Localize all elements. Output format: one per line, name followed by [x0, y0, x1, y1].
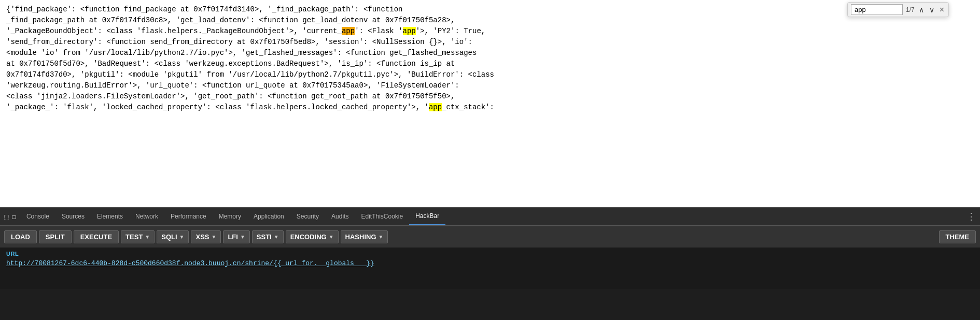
devtools-more-button[interactable]: ⋮ — [962, 208, 980, 225]
tab-security[interactable]: Security — [290, 208, 325, 225]
hackbar-encoding-dropdown[interactable]: ENCODING ▼ — [286, 230, 339, 243]
tab-network[interactable]: Network — [129, 208, 164, 225]
search-input[interactable] — [851, 4, 903, 15]
highlight-app-3: app — [429, 103, 442, 111]
tab-sources[interactable]: Sources — [55, 208, 91, 225]
hashing-dropdown-arrow: ▼ — [379, 234, 384, 240]
hackbar-lfi-dropdown[interactable]: LFI ▼ — [223, 230, 249, 243]
tab-memory[interactable]: Memory — [213, 208, 247, 225]
search-count: 1/7 — [906, 5, 915, 14]
hackbar-load-button[interactable]: LOAD — [4, 230, 37, 243]
hackbar-hashing-dropdown[interactable]: HASHING ▼ — [341, 230, 388, 243]
code-content: {'find_package': <function find_package … — [6, 4, 974, 113]
search-next-button[interactable]: ∨ — [928, 6, 935, 14]
xss-dropdown-arrow: ▼ — [212, 234, 217, 240]
sqli-dropdown-arrow: ▼ — [179, 234, 185, 240]
devtools-icons: ⬚ ◻ — [0, 208, 20, 225]
hackbar-theme-button[interactable]: THEME — [939, 230, 976, 243]
cursor-icon[interactable]: ⬚ — [4, 212, 8, 221]
ssti-dropdown-arrow: ▼ — [274, 234, 279, 240]
tab-hackbar[interactable]: HackBar — [409, 208, 445, 225]
encoding-dropdown-arrow: ▼ — [329, 234, 334, 240]
url-label: URL — [6, 251, 974, 257]
url-value[interactable]: http://70081267-6dc6-440b-828d-c500d660d… — [6, 259, 974, 268]
hackbar-toolbar: LOAD SPLIT EXECUTE TEST ▼ SQLI ▼ XSS ▼ L… — [0, 226, 980, 248]
tab-audits[interactable]: Audits — [325, 208, 355, 225]
tab-application[interactable]: Application — [247, 208, 290, 225]
url-bar: URL http://70081267-6dc6-440b-828d-c500d… — [0, 248, 980, 289]
inspect-icon[interactable]: ◻ — [11, 212, 16, 221]
search-prev-button[interactable]: ∧ — [918, 6, 925, 14]
search-close-button[interactable]: × — [939, 5, 945, 14]
hackbar-test-dropdown[interactable]: TEST ▼ — [121, 230, 155, 243]
hackbar-sqli-dropdown[interactable]: SQLI ▼ — [157, 230, 189, 243]
search-popup: 1/7 ∧ ∨ × — [847, 2, 949, 17]
tab-performance[interactable]: Performance — [164, 208, 213, 225]
tab-console[interactable]: Console — [20, 208, 55, 225]
tab-editthiscookie[interactable]: EditThisCookie — [355, 208, 409, 225]
test-dropdown-arrow: ▼ — [145, 234, 150, 240]
hackbar-split-button[interactable]: SPLIT — [39, 230, 72, 243]
highlight-app-1: app — [342, 27, 355, 35]
hackbar-xss-dropdown[interactable]: XSS ▼ — [191, 230, 221, 243]
hackbar-execute-button[interactable]: EXECUTE — [74, 230, 119, 243]
lfi-dropdown-arrow: ▼ — [240, 234, 245, 240]
highlight-app-2: app — [403, 27, 416, 35]
tab-elements[interactable]: Elements — [91, 208, 129, 225]
hackbar-ssti-dropdown[interactable]: SSTI ▼ — [252, 230, 284, 243]
devtools-tabs-bar: ⬚ ◻ Console Sources Elements Network Per… — [0, 207, 980, 226]
main-content-area: 1/7 ∧ ∨ × {'find_package': <function fin… — [0, 0, 980, 207]
